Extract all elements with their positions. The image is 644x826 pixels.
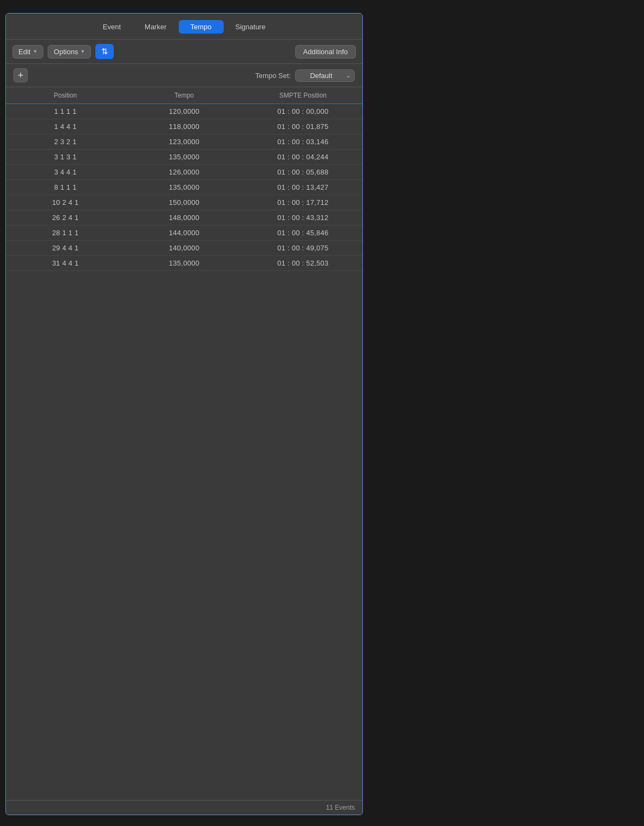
cell-tempo-7: 148,0000 [125,214,243,222]
table-row[interactable]: 1 4 4 1 118,0000 01 : 00 : 01,875 [6,119,362,134]
cell-tempo-3: 135,0000 [125,153,243,161]
cell-smpte-1: 01 : 00 : 01,875 [244,122,362,131]
midi-button[interactable]: ⇅ [95,44,114,59]
cell-smpte-3: 01 : 00 : 04,244 [244,153,362,161]
tempo-set-bar: + Tempo Set: Default [6,64,362,87]
cell-position-1: 1 4 4 1 [6,122,125,131]
cell-smpte-0: 01 : 00 : 00,000 [244,107,362,115]
table-row[interactable]: 10 2 4 1 150,0000 01 : 00 : 17,712 [6,195,362,210]
cell-tempo-9: 140,0000 [125,244,243,252]
events-count: 11 Events [326,804,355,811]
tempo-set-select[interactable]: Default [295,69,355,82]
col-header-smpte: SMPTE Position [244,91,362,100]
tab-tempo[interactable]: Tempo [179,20,224,34]
cell-smpte-6: 01 : 00 : 17,712 [244,198,362,206]
cell-tempo-6: 150,0000 [125,198,243,206]
tab-signature[interactable]: Signature [224,20,278,34]
cell-smpte-8: 01 : 00 : 45,846 [244,229,362,237]
tab-marker[interactable]: Marker [133,20,178,34]
cell-position-0: 1 1 1 1 [6,107,125,115]
cell-position-5: 8 1 1 1 [6,183,125,191]
cell-smpte-7: 01 : 00 : 43,312 [244,214,362,222]
edit-label: Edit [18,48,30,56]
cell-smpte-4: 01 : 00 : 05,688 [244,168,362,176]
cell-tempo-4: 126,0000 [125,168,243,176]
tab-bar: Event Marker Tempo Signature [6,14,362,40]
table-row[interactable]: 26 2 4 1 148,0000 01 : 00 : 43,312 [6,210,362,225]
cell-tempo-5: 135,0000 [125,183,243,191]
cell-position-8: 28 1 1 1 [6,229,125,237]
midi-icon: ⇅ [101,47,108,56]
col-header-position: Position [6,91,125,100]
cell-position-2: 2 3 2 1 [6,138,125,146]
tab-event[interactable]: Event [91,20,133,34]
cell-position-4: 3 4 4 1 [6,168,125,176]
cell-smpte-10: 01 : 00 : 52,503 [244,259,362,267]
options-label: Options [54,48,78,56]
col-header-tempo: Tempo [125,91,243,100]
main-panel: Event Marker Tempo Signature Edit ▼ Opti… [5,13,363,815]
cell-tempo-2: 123,0000 [125,138,243,146]
table-header: Position Tempo SMPTE Position [6,87,362,104]
cell-position-10: 31 4 4 1 [6,259,125,267]
add-button[interactable]: + [14,68,28,82]
table-row[interactable]: 3 4 4 1 126,0000 01 : 00 : 05,688 [6,165,362,180]
cell-smpte-9: 01 : 00 : 49,075 [244,244,362,252]
table-row[interactable]: 29 4 4 1 140,0000 01 : 00 : 49,075 [6,241,362,256]
cell-position-7: 26 2 4 1 [6,214,125,222]
edit-button[interactable]: Edit ▼ [12,45,43,59]
cell-smpte-5: 01 : 00 : 13,427 [244,183,362,191]
status-bar: 11 Events [6,800,362,815]
additional-info-button[interactable]: Additional Info [295,45,356,59]
tempo-set-label: Tempo Set: [255,72,291,80]
options-chevron-icon: ▼ [80,49,85,54]
tempo-set-select-wrapper: Default [295,69,355,82]
cell-tempo-0: 120,0000 [125,107,243,115]
toolbar: Edit ▼ Options ▼ ⇅ Additional Info [6,40,362,64]
cell-tempo-10: 135,0000 [125,259,243,267]
table-row[interactable]: 1 1 1 1 120,0000 01 : 00 : 00,000 [6,104,362,119]
options-button[interactable]: Options ▼ [48,45,91,59]
cell-tempo-1: 118,0000 [125,122,243,131]
table-row[interactable]: 8 1 1 1 135,0000 01 : 00 : 13,427 [6,180,362,195]
cell-smpte-2: 01 : 00 : 03,146 [244,138,362,146]
edit-chevron-icon: ▼ [32,49,37,54]
cell-tempo-8: 144,0000 [125,229,243,237]
table-row[interactable]: 2 3 2 1 123,0000 01 : 00 : 03,146 [6,134,362,150]
cell-position-3: 3 1 3 1 [6,153,125,161]
table-row[interactable]: 28 1 1 1 144,0000 01 : 00 : 45,846 [6,225,362,241]
table-container[interactable]: Position Tempo SMPTE Position 1 1 1 1 12… [6,87,362,800]
table-row[interactable]: 3 1 3 1 135,0000 01 : 00 : 04,244 [6,150,362,165]
table-row[interactable]: 31 4 4 1 135,0000 01 : 00 : 52,503 [6,256,362,271]
cell-position-6: 10 2 4 1 [6,198,125,206]
cell-position-9: 29 4 4 1 [6,244,125,252]
